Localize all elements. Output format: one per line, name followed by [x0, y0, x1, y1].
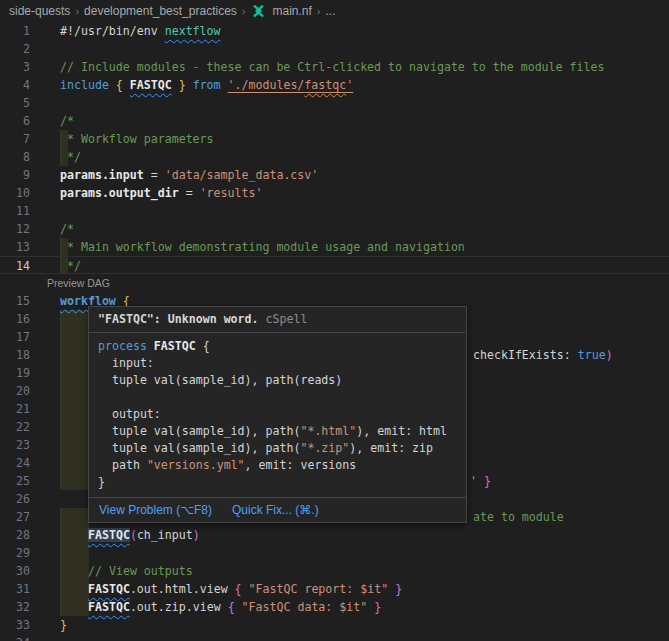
- code-token: fastqc: [304, 78, 346, 92]
- code-token: true: [578, 348, 606, 362]
- quick-fix-action[interactable]: Quick Fix... (⌘.): [232, 503, 319, 517]
- code-token: './modules/: [228, 78, 305, 92]
- code-line[interactable]: 12/*: [0, 220, 669, 238]
- code-line[interactable]: 11: [0, 202, 669, 220]
- code-text: * Workflow parameters: [60, 130, 214, 148]
- diagnostic-source: cSpell: [259, 312, 308, 326]
- hover-code-line: }: [98, 474, 457, 491]
- line-number: 1: [0, 22, 30, 40]
- line-number: 16: [0, 310, 30, 328]
- code-line[interactable]: 1#!/usr/bin/env nextflow: [0, 22, 669, 40]
- code-line[interactable]: 6/*: [0, 112, 669, 130]
- spacer: [60, 610, 88, 611]
- code-token: 'data/sample_data.csv': [165, 168, 319, 182]
- hover-tooltip: "FASTQC": Unknown word. cSpell process F…: [88, 306, 467, 523]
- code-token: #!/usr/bin/env: [60, 24, 165, 38]
- breadcrumb-item-file[interactable]: main.nf: [272, 4, 311, 18]
- code-token: FASTQC: [88, 600, 130, 614]
- code-token: fastqc: [304, 78, 346, 92]
- code-text: include { FASTQC } from './modules/fastq…: [60, 76, 353, 94]
- code-line[interactable]: 8 */: [0, 148, 669, 166]
- code-line[interactable]: 14 */: [0, 256, 669, 274]
- code-token: ): [606, 348, 613, 362]
- code-text: FASTQC.out.html.view { "FastQC report: $…: [60, 580, 402, 598]
- code-text: params.input = 'data/sample_data.csv': [60, 166, 318, 184]
- code-line[interactable]: 10params.output_dir = 'results': [0, 184, 669, 202]
- code-line[interactable]: 7 * Workflow parameters: [0, 130, 669, 148]
- hover-code-line: [98, 389, 457, 406]
- line-number: 15: [0, 292, 30, 310]
- view-problem-action[interactable]: View Problem (⌥F8): [99, 503, 212, 517]
- code-text: }: [60, 616, 67, 634]
- line-number: 22: [0, 418, 30, 436]
- breadcrumb-item-symbol[interactable]: ...: [326, 4, 336, 18]
- spacer: [60, 592, 88, 593]
- code-token: "*.html": [300, 424, 356, 438]
- code-line[interactable]: 32FASTQC.out.zip.view { "FastQC data: $i…: [0, 598, 669, 616]
- code-token: {: [116, 78, 130, 92]
- line-number: 10: [0, 184, 30, 202]
- code-token: tuple val(sample_id), path(reads): [98, 373, 342, 387]
- code-line[interactable]: 33}: [0, 616, 669, 634]
- code-token: tuple val(sample_id), path(: [98, 441, 300, 455]
- code-token: path: [98, 458, 147, 472]
- line-number: 25: [0, 472, 30, 490]
- code-line[interactable]: 5: [0, 94, 669, 112]
- code-token: ), emit: zip: [349, 441, 433, 455]
- line-number: 4: [0, 76, 30, 94]
- breadcrumb-separator: ›: [75, 5, 79, 17]
- code-line[interactable]: 30// View outputs: [0, 562, 669, 580]
- breadcrumb-separator: ›: [317, 5, 321, 17]
- code-token: FASTQC: [88, 528, 130, 542]
- code-line[interactable]: 29: [0, 544, 669, 562]
- code-token: "*.zip": [300, 441, 349, 455]
- code-line[interactable]: 28FASTQC(ch_input): [0, 526, 669, 544]
- code-line[interactable]: 9params.input = 'data/sample_data.csv': [0, 166, 669, 184]
- indent-highlight: [60, 364, 89, 382]
- hover-code-line: process FASTQC {: [98, 338, 457, 355]
- code-text: */: [60, 257, 81, 273]
- code-token: =: [179, 186, 200, 200]
- code-token: process: [98, 339, 154, 353]
- breadcrumb-item-side-quests[interactable]: side-quests: [9, 4, 70, 18]
- code-token: FASTQC: [130, 78, 172, 92]
- indent-highlight: [60, 382, 89, 400]
- code-token: ): [193, 528, 200, 542]
- code-token: checkIfExists:: [473, 348, 578, 362]
- line-number: 18: [0, 346, 30, 364]
- code-line[interactable]: 34: [0, 634, 669, 641]
- code-text: /*: [60, 112, 74, 130]
- code-text: FASTQC.out.zip.view { "FastQC data: $it"…: [60, 598, 381, 616]
- code-token: ate to module: [473, 510, 564, 524]
- code-line[interactable]: 31FASTQC.out.html.view { "FastQC report:…: [0, 580, 669, 598]
- code-token: // View outputs: [88, 564, 193, 578]
- code-token: (: [130, 528, 137, 542]
- code-token: params.input: [60, 168, 144, 182]
- line-number: 32: [0, 598, 30, 616]
- indent-highlight: [60, 400, 89, 418]
- line-number: 14: [0, 257, 30, 275]
- spacer: [60, 574, 88, 575]
- code-token: /*: [60, 222, 74, 236]
- code-token: */: [60, 150, 81, 164]
- code-line[interactable]: 2: [0, 40, 669, 58]
- code-line[interactable]: 3// Include modules - these can be Ctrl-…: [0, 58, 669, 76]
- code-line[interactable]: 4include { FASTQC } from './modules/fast…: [0, 76, 669, 94]
- code-token: }: [60, 618, 67, 632]
- hover-code-line: path "versions.yml", emit: versions: [98, 457, 457, 474]
- hover-code-line: tuple val(sample_id), path(reads): [98, 372, 457, 389]
- breadcrumb-item-folder[interactable]: development_best_practices: [84, 4, 237, 18]
- code-token: ch_input: [137, 528, 193, 542]
- line-number: 31: [0, 580, 30, 598]
- nextflow-file-icon: [251, 5, 266, 17]
- spacer: [60, 538, 88, 539]
- code-text: FASTQC(ch_input): [60, 526, 200, 544]
- codelens-preview-dag[interactable]: Preview DAG: [0, 274, 669, 292]
- code-token: {: [203, 339, 210, 353]
- line-number: 8: [0, 148, 30, 166]
- code-text: params.output_dir = 'results': [60, 184, 262, 202]
- line-number: 34: [0, 634, 30, 641]
- line-number: 20: [0, 382, 30, 400]
- line-number: 21: [0, 400, 30, 418]
- code-line[interactable]: 13 * Main workflow demonstrating module …: [0, 238, 669, 256]
